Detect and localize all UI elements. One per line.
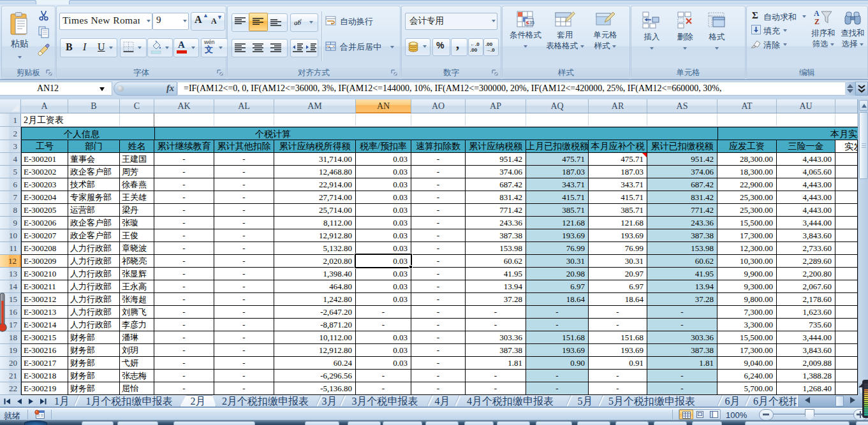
cell-AS15[interactable]: 37.28 — [647, 293, 717, 306]
cell-AN22[interactable]: - — [356, 382, 411, 395]
cell-AO15[interactable]: - — [411, 293, 466, 306]
cell-AV1[interactable] — [835, 113, 858, 127]
cell-B20[interactable]: 财务部 — [68, 357, 120, 370]
cell-AU13[interactable]: 2,200.80 — [777, 268, 835, 280]
sheet-tab-6月个税扣缴申报表[interactable]: 6月个税扣缴申报表 — [746, 396, 804, 407]
cell-AP12[interactable]: 60.62 — [466, 255, 526, 268]
cell-A12[interactable]: E-300209 — [21, 255, 68, 268]
cell-AV9[interactable] — [835, 217, 858, 229]
cell-A8[interactable]: E-300205 — [21, 204, 68, 217]
cell-AV4[interactable] — [835, 153, 858, 166]
cell-AV17[interactable] — [835, 319, 858, 331]
cell-AS6[interactable]: 687.42 — [647, 178, 717, 191]
cell-AM17[interactable]: -8,871.20 — [274, 319, 356, 331]
align-top-icon[interactable] — [234, 17, 247, 27]
row-header-19[interactable]: 19 — [0, 344, 21, 357]
cell-AR8[interactable]: 385.71 — [589, 204, 647, 217]
cell-AT21[interactable]: 6,240.00 — [717, 370, 777, 382]
cell-AP14[interactable]: 13.94 — [466, 280, 526, 293]
sort-filter-button[interactable]: A Z 排序和 筛选 — [808, 9, 839, 50]
cell-AL1[interactable] — [214, 113, 274, 127]
formula-bar-spinner[interactable] — [845, 82, 855, 96]
row-header-11[interactable]: 11 — [0, 242, 21, 255]
cell-AV20[interactable] — [835, 357, 858, 370]
cell-B5[interactable]: 政企客户部 — [68, 166, 120, 178]
cell-AL21[interactable]: - — [214, 370, 274, 382]
cell-AS13[interactable]: 41.95 — [647, 268, 717, 280]
font-dialog-launcher[interactable] — [216, 69, 224, 76]
conditional-formatting-button[interactable]: ≤35 条件格式 — [508, 10, 543, 50]
copy-icon[interactable] — [38, 26, 50, 38]
cell-AO19[interactable]: - — [411, 344, 466, 357]
table-header-AU3[interactable]: 三险一金 — [777, 140, 835, 153]
zoom-slider-track[interactable] — [774, 414, 858, 415]
cell-AT15[interactable]: 9,800.00 — [717, 293, 777, 306]
cell-AN18[interactable]: 0.03 — [356, 331, 411, 344]
cell-AR15[interactable]: 18.64 — [589, 293, 647, 306]
cell-AV6[interactable] — [835, 178, 858, 191]
cell-AO16[interactable]: - — [411, 306, 466, 319]
cell-B14[interactable]: 人力行政部 — [68, 280, 120, 293]
cell-AR9[interactable]: 121.68 — [589, 217, 647, 229]
cell-AV13[interactable] — [835, 268, 858, 280]
decrease-indent-icon[interactable] — [292, 43, 304, 53]
cell-AN16[interactable]: - — [356, 306, 411, 319]
cell-AS16[interactable]: - — [647, 306, 717, 319]
name-box-dropdown[interactable] — [99, 87, 105, 91]
cell-AT5[interactable]: 18,300.00 — [717, 166, 777, 178]
cell-C16[interactable]: 刘腾飞 — [120, 306, 154, 319]
cell-AU11[interactable]: 2,733.60 — [777, 242, 835, 255]
cell-AN6[interactable]: 0.03 — [356, 178, 411, 191]
table-header-AN3[interactable]: 税率/预扣率 — [356, 140, 411, 153]
cell-AN11[interactable]: 0.03 — [356, 242, 411, 255]
cell-C17[interactable]: 李彦力 — [120, 319, 154, 331]
fill-button[interactable]: 填充 — [750, 24, 811, 36]
cell-AQ5[interactable]: 187.03 — [526, 166, 589, 178]
table-header-AL3[interactable]: 累计其他扣除 — [214, 140, 274, 153]
format-as-table-button[interactable]: 套用 表格格式 — [545, 10, 585, 52]
cell-AN17[interactable]: - — [356, 319, 411, 331]
row-header-3[interactable]: 3 — [0, 140, 21, 153]
cell-AU10[interactable]: 3,843.60 — [777, 229, 835, 242]
view-normal-button[interactable] — [679, 410, 693, 419]
cell-AU4[interactable]: 4,443.00 — [777, 153, 835, 166]
cell-AK14[interactable]: - — [154, 280, 214, 293]
cell-B18[interactable]: 财务部 — [68, 331, 120, 344]
zoom-slider-thumb[interactable] — [805, 409, 814, 421]
align-left-icon[interactable] — [234, 43, 247, 53]
cell-AT10[interactable]: 17,300.00 — [717, 229, 777, 242]
paste-button[interactable]: 粘贴 — [4, 10, 35, 61]
cell-AU12[interactable]: 2,289.60 — [777, 255, 835, 268]
column-header-AV[interactable] — [835, 99, 858, 113]
formula-bar-expand-button[interactable] — [855, 82, 868, 96]
cell-AK6[interactable]: - — [154, 178, 214, 191]
cell-AU17[interactable]: 735.60 — [777, 319, 835, 331]
cell-AS14[interactable]: 13.94 — [647, 280, 717, 293]
cell-AM13[interactable]: 1,398.40 — [274, 268, 356, 280]
group-header-personal[interactable]: 个人信息 — [21, 127, 154, 140]
cell-AO9[interactable]: - — [411, 217, 466, 229]
taskbar-button[interactable] — [425, 421, 459, 425]
cell-AK9[interactable]: - — [154, 217, 214, 229]
row-header-13[interactable]: 13 — [0, 268, 21, 280]
cell-AK13[interactable]: - — [154, 268, 214, 280]
cell-AN4[interactable]: 0.03 — [356, 153, 411, 166]
formula-input[interactable]: =IF(AM12<=0, 0, IF(AM12<=36000, 3%, IF(A… — [178, 82, 855, 96]
taskbar-button[interactable] — [464, 421, 494, 425]
cut-icon[interactable] — [38, 10, 49, 21]
cell-AL16[interactable]: - — [214, 306, 274, 319]
cell-A5[interactable]: E-300202 — [21, 166, 68, 178]
increase-indent-icon[interactable] — [305, 43, 317, 53]
cell-AU5[interactable]: 4,065.60 — [777, 166, 835, 178]
row-header-9[interactable]: 9 — [0, 217, 21, 229]
cell-A16[interactable]: E-300213 — [21, 306, 68, 319]
cell-AM9[interactable]: 8,112.00 — [274, 217, 356, 229]
cell-AK10[interactable]: - — [154, 229, 214, 242]
row-header-6[interactable]: 6 — [0, 178, 21, 191]
align-bottom-icon[interactable] — [270, 18, 283, 28]
cell-C18[interactable]: 潘琳 — [120, 331, 154, 344]
cell-A11[interactable]: E-300208 — [21, 242, 68, 255]
table-header-AT3[interactable]: 应发工资 — [717, 140, 777, 153]
cell-AM21[interactable]: -6,296.56 — [274, 370, 356, 382]
column-header-AS[interactable]: AS — [647, 99, 717, 113]
